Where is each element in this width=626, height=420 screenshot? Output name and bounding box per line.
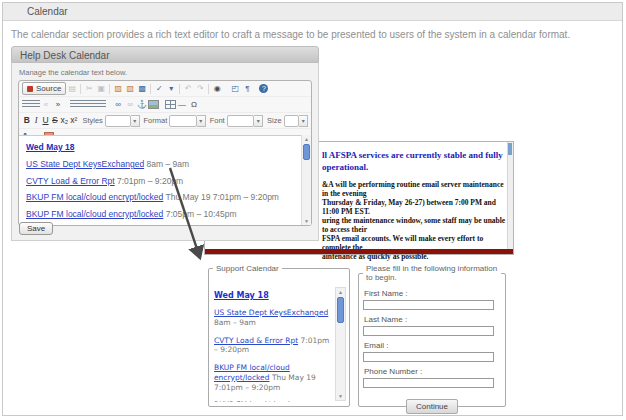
day-header: Wed May 18 <box>214 291 335 300</box>
toolbar-separator <box>109 84 110 94</box>
undo-icon[interactable]: ↶ <box>182 83 194 94</box>
signup-form-panel: Please fill in the following information… <box>358 264 506 407</box>
unlink-icon[interactable]: ∞ <box>124 99 136 110</box>
align-justify-icon[interactable] <box>97 100 106 109</box>
format-dropdown-label: Format <box>144 116 168 125</box>
scroll-down-icon[interactable]: ▼ <box>336 392 345 400</box>
indent-icon[interactable]: » <box>52 99 64 110</box>
image-icon[interactable] <box>148 100 159 109</box>
editor-event-link[interactable]: BKUP FM local/cloud encrypt/locked <box>26 192 163 202</box>
event-time: 7:01pm – 9:20pm <box>115 176 184 186</box>
signup-form-legend: Please fill in the following information… <box>363 264 501 282</box>
show-blocks-icon[interactable]: ¶ <box>241 83 253 94</box>
panel-title: Help Desk Calendar <box>11 46 319 63</box>
bold-button[interactable]: B <box>22 115 31 126</box>
afspa-status-text: ll AFSPA services are currently stable a… <box>322 150 508 261</box>
editor-scrollbar[interactable]: ▲ ▼ <box>301 135 311 225</box>
styles-dropdown[interactable] <box>105 115 131 127</box>
editor-event-link[interactable]: BKUP FM local/cloud encrypt/locked <box>26 209 163 219</box>
scroll-up-icon[interactable]: ▲ <box>336 288 345 296</box>
last-name-field[interactable] <box>363 326 494 336</box>
maximize-icon[interactable]: ◰ <box>229 83 241 94</box>
status-accent-bar <box>205 249 513 254</box>
first-name-field-label: First Name : <box>364 289 501 298</box>
email-field[interactable] <box>363 352 494 362</box>
subscript-button[interactable]: x₂ <box>60 115 69 126</box>
spellcheck-icon[interactable]: ✓ <box>153 83 165 94</box>
strikethrough-button[interactable]: S <box>50 115 59 126</box>
paste-word-icon[interactable]: ▩ <box>136 83 148 94</box>
source-button[interactable]: Source <box>22 82 66 95</box>
first-name-field[interactable] <box>363 300 494 310</box>
toolbar-row-3: BIUSx₂x²Styles▾Format▾Font▾Size▾ <box>19 112 311 128</box>
support-event-link[interactable]: CVTY Load & Error Rpt <box>214 336 298 345</box>
status-scrollbar-thumb[interactable] <box>508 143 512 155</box>
page-description: The calendar section provides a rich tex… <box>11 29 570 40</box>
support-calendar-scrollbar[interactable]: ▲ ▼ <box>335 287 346 401</box>
font-dropdown[interactable] <box>227 115 255 127</box>
email-field-label: Email : <box>364 341 501 350</box>
paste-text-icon[interactable]: ▧ <box>124 83 136 94</box>
redo-icon[interactable]: ↷ <box>194 83 206 94</box>
superscript-button[interactable]: x² <box>69 115 78 126</box>
status-body-line: Thursday & Friday, May 26-27) between 7:… <box>322 198 508 216</box>
outdent-icon[interactable]: « <box>40 99 52 110</box>
about-icon[interactable]: ? <box>259 84 268 93</box>
table-icon[interactable] <box>165 100 176 109</box>
bulleted-list-icon[interactable] <box>31 100 40 109</box>
page-frame: Calendar The calendar section provides a… <box>2 2 623 416</box>
editor-scrollbar-thumb[interactable] <box>303 144 310 160</box>
source-label: Source <box>36 84 61 93</box>
styles-dropdown-label: Styles <box>82 116 102 125</box>
numbered-list-icon[interactable] <box>22 100 31 109</box>
calendar-event: BKUP FM local/cloud encrypt/locked Thu M… <box>26 192 297 203</box>
editor-event-link[interactable]: CVTY Load & Error Rpt <box>26 176 115 186</box>
underline-button[interactable]: U <box>41 115 50 126</box>
anchor-icon[interactable]: ⚓ <box>136 99 148 110</box>
phone-number-field[interactable] <box>363 378 494 388</box>
support-calendar-scrollbar-thumb[interactable] <box>337 297 344 323</box>
editor-content-area[interactable]: Wed May 18US State Dept KeysExchanged 8a… <box>19 135 311 225</box>
toolbar-row-1: Source▤✂▣▨▧▩✓▾↶↷◉◰¶? <box>19 81 311 96</box>
font-dropdown-arrow-icon[interactable]: ▾ <box>254 115 263 127</box>
editor-instruction: Manage the calendar text below. <box>19 68 312 77</box>
toolbar-row-2: «»∞∞⚓—Ω <box>19 96 311 112</box>
scroll-down-icon[interactable]: ▼ <box>302 217 311 225</box>
font-dropdown-label: Font <box>210 116 225 125</box>
event-time: 7:05pm – 10:45pm <box>163 209 236 219</box>
day-header: Wed May 18 <box>26 142 297 152</box>
editor-event-link[interactable]: US State Dept KeysExchanged <box>26 159 144 169</box>
align-center-icon[interactable] <box>79 100 88 109</box>
save-button[interactable]: Save <box>19 222 53 235</box>
cut-icon[interactable]: ✂ <box>83 83 95 94</box>
link-icon[interactable]: ∞ <box>112 99 124 110</box>
event-time: 8am – 9am <box>144 159 189 169</box>
calendar-event: BKUP FM local/cloud encrypt/locked 7:05p… <box>214 400 335 402</box>
format-dropdown-arrow-icon[interactable]: ▾ <box>197 115 206 127</box>
continue-button[interactable]: Continue <box>406 399 458 414</box>
spellcheck-menu-arrow-icon[interactable]: ▾ <box>165 83 177 94</box>
styles-dropdown-arrow-icon[interactable]: ▾ <box>131 115 140 127</box>
align-left-icon[interactable] <box>70 100 79 109</box>
paste-icon[interactable]: ▨ <box>112 83 124 94</box>
special-char-icon[interactable]: Ω <box>188 99 200 110</box>
status-scrollbar[interactable] <box>507 142 513 249</box>
toolbar-separator <box>150 84 151 94</box>
templates-icon[interactable]: ▤ <box>66 83 78 94</box>
size-dropdown-arrow-icon[interactable]: ▾ <box>299 115 308 127</box>
panel-body: Manage the calendar text below. Source▤✂… <box>11 63 319 241</box>
last-name-field-label: Last Name : <box>364 315 501 324</box>
scroll-up-icon[interactable]: ▲ <box>302 135 311 143</box>
status-body-line: uring the maintenance window, some staff… <box>322 216 508 234</box>
align-right-icon[interactable] <box>88 100 97 109</box>
format-dropdown[interactable] <box>169 115 197 127</box>
horizontal-rule-icon[interactable]: — <box>176 99 188 110</box>
support-event-link[interactable]: US State Dept KeysExchanged <box>214 308 328 317</box>
copy-icon[interactable]: ▣ <box>95 83 107 94</box>
italic-button[interactable]: I <box>31 115 40 126</box>
support-calendar-panel: Support Calendar Wed May 18US State Dept… <box>208 264 350 407</box>
find-replace-icon[interactable]: ◉ <box>211 83 223 94</box>
size-dropdown[interactable] <box>284 115 300 127</box>
calendar-event: US State Dept KeysExchanged 8am – 9am <box>214 308 335 328</box>
support-event-link[interactable]: BKUP FM local/cloud encrypt/locked <box>214 400 290 402</box>
